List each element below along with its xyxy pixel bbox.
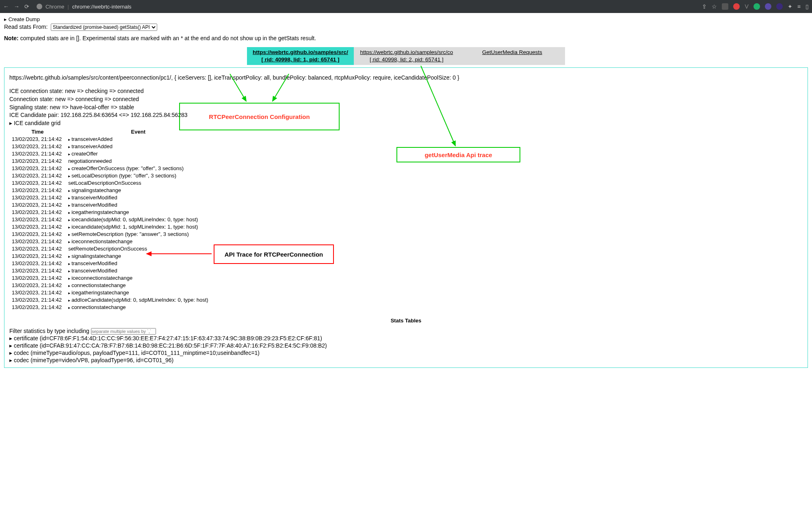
event-row[interactable]: 13/02/2023, 21:14:42▸signalingstatechang… xyxy=(9,253,211,260)
event-time: 13/02/2023, 21:14:42 xyxy=(9,201,66,209)
event-row[interactable]: 13/02/2023, 21:14:42▸transceiverModified xyxy=(9,260,211,267)
event-time: 13/02/2023, 21:14:42 xyxy=(9,267,66,274)
reading-list-icon[interactable]: ≡ xyxy=(797,3,801,10)
event-time: 13/02/2023, 21:14:42 xyxy=(9,231,66,238)
create-dump-toggle[interactable]: ▸ Create Dump xyxy=(4,16,808,22)
event-row[interactable]: 13/02/2023, 21:14:42▸icegatheringstatech… xyxy=(9,289,211,296)
event-name: ▸createOfferOnSuccess (type: "offer", 3 … xyxy=(66,165,211,172)
forward-icon[interactable]: → xyxy=(14,3,19,10)
event-time: 13/02/2023, 21:14:42 xyxy=(9,150,66,158)
event-name: ▸connectionstatechange xyxy=(66,304,211,311)
event-row[interactable]: 13/02/2023, 21:14:42▸transceiverModified xyxy=(9,194,211,201)
event-time: 13/02/2023, 21:14:42 xyxy=(9,260,66,267)
event-name: ▸addIceCandidate(sdpMid: 0, sdpMLineInde… xyxy=(66,296,211,304)
event-time: 13/02/2023, 21:14:42 xyxy=(9,136,66,143)
event-name: ▸iceconnectionstatechange xyxy=(66,274,211,282)
event-row[interactable]: 13/02/2023, 21:14:42▸createOfferOnSucces… xyxy=(9,165,211,172)
stat-row[interactable]: ▸ codec (mimeType=audio/opus, payloadTyp… xyxy=(9,349,803,357)
col-event: Event xyxy=(66,128,211,136)
stat-row[interactable]: ▸ certificate (id=CFAB:91:47:CC:CA:7B:F7… xyxy=(9,342,803,349)
event-row[interactable]: 13/02/2023, 21:14:42▸setRemoteDescriptio… xyxy=(9,231,211,238)
event-time: 13/02/2023, 21:14:42 xyxy=(9,296,66,304)
event-time: 13/02/2023, 21:14:42 xyxy=(9,216,66,223)
event-name: ▸iceconnectionstatechange xyxy=(66,238,211,245)
event-time: 13/02/2023, 21:14:42 xyxy=(9,209,66,216)
event-time: 13/02/2023, 21:14:42 xyxy=(9,187,66,194)
event-row[interactable]: 13/02/2023, 21:14:42▸transceiverAdded xyxy=(9,136,211,143)
connection-panel: https://webrtc.github.io/samples/src/con… xyxy=(4,67,808,367)
event-time: 13/02/2023, 21:14:42 xyxy=(9,194,66,201)
back-icon[interactable]: ← xyxy=(3,3,9,10)
event-name: negotiationneeded xyxy=(66,158,211,165)
ext-icon-3[interactable] xyxy=(754,3,760,10)
signaling-state: Signaling state: new => have-local-offer… xyxy=(9,104,803,112)
event-row[interactable]: 13/02/2023, 21:14:42▸iceconnectionstatec… xyxy=(9,274,211,282)
event-time: 13/02/2023, 21:14:42 xyxy=(9,289,66,296)
annotation-api-trace: API Trace for RTCPeerConnection xyxy=(214,244,334,264)
url-divider: | xyxy=(67,4,69,10)
event-row[interactable]: 13/02/2023, 21:14:42setLocalDescriptionO… xyxy=(9,179,211,187)
ext-icon-4[interactable] xyxy=(765,3,771,10)
stat-row[interactable]: ▸ certificate (id=CF78:6F:F1:54:4D:1C:CC… xyxy=(9,335,803,342)
event-name: ▸transceiverAdded xyxy=(66,136,211,143)
address-bar[interactable]: chrome://webrtc-internals xyxy=(72,4,132,10)
event-row[interactable]: 13/02/2023, 21:14:42▸transceiverModified xyxy=(9,267,211,274)
event-row[interactable]: 13/02/2023, 21:14:42negotiationneeded xyxy=(9,158,211,165)
event-row[interactable]: 13/02/2023, 21:14:42▸signalingstatechang… xyxy=(9,187,211,194)
event-row[interactable]: 13/02/2023, 21:14:42▸icegatheringstatech… xyxy=(9,209,211,216)
ice-candidate-grid-toggle[interactable]: ▸ ICE candidate grid xyxy=(9,120,803,126)
event-time: 13/02/2023, 21:14:42 xyxy=(9,282,66,289)
chrome-icon xyxy=(37,4,42,9)
connection-state: Connection state: new => connecting => c… xyxy=(9,95,803,104)
event-row[interactable]: 13/02/2023, 21:14:42▸connectionstatechan… xyxy=(9,282,211,289)
event-row[interactable]: 13/02/2023, 21:14:42▸addIceCandidate(sdp… xyxy=(9,296,211,304)
ext-icon-1[interactable] xyxy=(722,3,728,10)
col-time: Time xyxy=(9,128,66,136)
chrome-label: Chrome xyxy=(45,4,64,10)
event-row[interactable]: 13/02/2023, 21:14:42▸createOffer xyxy=(9,150,211,158)
event-name: ▸transceiverAdded xyxy=(66,143,211,150)
event-name: ▸setRemoteDescription (type: "answer", 3… xyxy=(66,231,211,238)
event-name: ▸transceiverModified xyxy=(66,201,211,209)
ext-icon-2[interactable] xyxy=(733,3,740,10)
ext-icon-v[interactable]: V xyxy=(745,3,748,10)
event-table: Time Event 13/02/2023, 21:14:42▸transcei… xyxy=(9,128,211,311)
share-icon[interactable]: ⇪ xyxy=(702,3,707,10)
event-time: 13/02/2023, 21:14:42 xyxy=(9,274,66,282)
panel-icon[interactable]: ▯ xyxy=(806,3,809,10)
stat-row[interactable]: ▸ codec (mimeType=video/VP8, payloadType… xyxy=(9,357,803,364)
event-row[interactable]: 13/02/2023, 21:14:42▸setLocalDescription… xyxy=(9,172,211,179)
tab-1[interactable]: https://webrtc.github.io/samples/src/co[… xyxy=(354,47,459,65)
tab-0[interactable]: https://webrtc.github.io/samples/src/[ r… xyxy=(247,47,354,65)
event-time: 13/02/2023, 21:14:42 xyxy=(9,245,66,253)
event-row[interactable]: 13/02/2023, 21:14:42setRemoteDescription… xyxy=(9,245,211,253)
event-name: ▸icegatheringstatechange xyxy=(66,289,211,296)
read-stats-label: Read stats From: xyxy=(4,24,48,30)
event-time: 13/02/2023, 21:14:42 xyxy=(9,143,66,150)
event-name: ▸signalingstatechange xyxy=(66,187,211,194)
event-row[interactable]: 13/02/2023, 21:14:42▸transceiverModified xyxy=(9,201,211,209)
ice-connection-state: ICE connection state: new => checking =>… xyxy=(9,87,803,95)
ice-candidate-pair: ICE Candidate pair: 192.168.225.84:63654… xyxy=(9,111,803,119)
event-time: 13/02/2023, 21:14:42 xyxy=(9,165,66,172)
extensions-icon[interactable]: ✦ xyxy=(788,3,793,10)
annotation-gum-trace: getUserMedia Api trace xyxy=(396,147,520,162)
reload-icon[interactable]: ⟳ xyxy=(24,3,29,10)
event-time: 13/02/2023, 21:14:42 xyxy=(9,253,66,260)
tab-2[interactable]: GetUserMedia Requests xyxy=(459,47,565,65)
ext-icon-5[interactable] xyxy=(776,3,783,10)
event-row[interactable]: 13/02/2023, 21:14:42▸icecandidate(sdpMid… xyxy=(9,216,211,223)
event-row[interactable]: 13/02/2023, 21:14:42▸iceconnectionstatec… xyxy=(9,238,211,245)
event-row[interactable]: 13/02/2023, 21:14:42▸icecandidate(sdpMid… xyxy=(9,223,211,231)
event-name: ▸setLocalDescription (type: "offer", 3 s… xyxy=(66,172,211,179)
event-row[interactable]: 13/02/2023, 21:14:42▸connectionstatechan… xyxy=(9,304,211,311)
event-name: ▸connectionstatechange xyxy=(66,282,211,289)
filter-input[interactable] xyxy=(91,328,156,335)
event-name: ▸transceiverModified xyxy=(66,260,211,267)
event-row[interactable]: 13/02/2023, 21:14:42▸transceiverAdded xyxy=(9,143,211,150)
stats-tables-heading: Stats Tables xyxy=(9,318,803,324)
star-icon[interactable]: ☆ xyxy=(712,3,717,10)
event-name: setLocalDescriptionOnSuccess xyxy=(66,179,211,187)
event-name: ▸transceiverModified xyxy=(66,267,211,274)
read-stats-select[interactable]: Standardized (promise-based) getStats() … xyxy=(51,24,157,31)
